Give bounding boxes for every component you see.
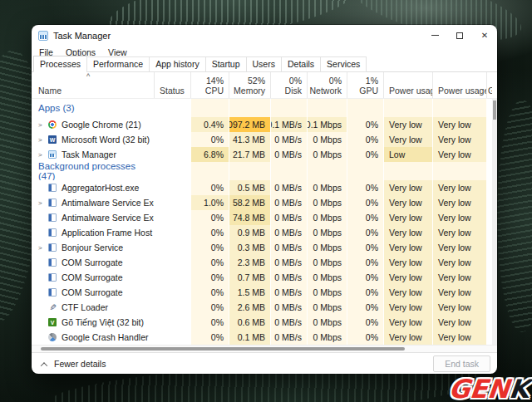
cpu-cell: 0%: [190, 330, 229, 345]
expand-chevron-icon[interactable]: >: [38, 151, 48, 159]
column-header-cpu[interactable]: 14% CPU: [190, 72, 229, 98]
network-cell: 0 Mbps: [307, 225, 347, 240]
column-header-power-usage-trend[interactable]: Power usage tr...: [432, 72, 486, 98]
disk-cell: 0 MB/s: [270, 315, 307, 330]
column-header-power-usage[interactable]: Power usage: [383, 72, 432, 98]
expand-chevron-icon[interactable]: >: [38, 199, 48, 207]
process-row[interactable]: Application Frame Host0%0.9 MB0 MB/s0 Mb…: [32, 225, 497, 240]
horizontal-scrollbar[interactable]: [32, 345, 497, 352]
power-usage-cell: Very low: [383, 330, 432, 345]
process-row[interactable]: >Bonjour Service0%0.3 MB0 MB/s0 Mbps0%Ve…: [32, 240, 497, 255]
process-row[interactable]: >Antimalware Service Executable1.0%58.2 …: [32, 195, 497, 210]
disk-total-percent: 0%: [289, 76, 302, 86]
power-trend-cell: Very low: [432, 117, 486, 132]
column-header-memory[interactable]: 52% Memory: [229, 72, 270, 98]
cpu-cell: 0%: [190, 270, 229, 285]
window-controls: ✕: [422, 25, 497, 46]
process-row[interactable]: >Task Manager6.8%21.7 MB0 MB/s0 Mbps0%Lo…: [32, 147, 497, 162]
cpu-cell: 0%: [190, 255, 229, 270]
disk-cell: 0 MB/s: [270, 255, 307, 270]
disk-cell: 0 MB/s: [270, 285, 307, 300]
process-row[interactable]: ✎CTF Loader0%2.6 MB0 MB/s0 Mbps0%Very lo…: [32, 300, 497, 315]
generic-icon: [48, 228, 57, 237]
network-cell: 0 Mbps: [307, 315, 347, 330]
process-name: Task Manager: [62, 150, 116, 159]
network-total-percent: 0%: [329, 76, 342, 86]
process-row[interactable]: AggregatorHost.exe0%0.5 MB0 MB/s0 Mbps0%…: [32, 180, 497, 195]
network-cell: 0 Mbps: [307, 255, 347, 270]
memory-cell: 41.3 MB: [229, 132, 270, 147]
chevron-up-icon: [41, 362, 47, 369]
status-cell: [154, 147, 190, 162]
process-list: Apps (3)>Google Chrome (21)0.4%1,097.2 M…: [32, 99, 497, 345]
gpu-cell: 0%: [347, 240, 383, 255]
title-bar[interactable]: Task Manager ✕: [32, 25, 497, 46]
fewer-details-link[interactable]: Fewer details: [54, 359, 106, 369]
expand-chevron-icon[interactable]: >: [38, 121, 48, 129]
taskman-icon: [48, 150, 57, 159]
column-header-name[interactable]: ^ Name: [32, 72, 154, 98]
memory-cell: 0.6 MB: [229, 315, 270, 330]
expand-chevron-icon[interactable]: >: [38, 136, 48, 144]
trend-header-label: Power usage tr...: [438, 86, 481, 96]
status-cell: [154, 255, 190, 270]
window-title: Task Manager: [53, 31, 111, 41]
close-icon: ✕: [481, 32, 488, 40]
process-row[interactable]: Google Crash Handler0%0.1 MB0 MB/s0 Mbps…: [32, 330, 497, 345]
process-name: Google Chrome (21): [62, 120, 141, 130]
cpu-cell: 0%: [190, 300, 229, 315]
tab-app-history[interactable]: App history: [149, 56, 206, 72]
process-name: COM Surrogate: [62, 272, 123, 282]
process-row[interactable]: Antimalware Service Executable...0%74.8 …: [32, 210, 497, 225]
menu-view[interactable]: View: [108, 47, 127, 57]
column-header-gpu-engine[interactable]: GP: [486, 72, 492, 98]
cpu-total-percent: 14%: [206, 76, 224, 86]
tab-services[interactable]: Services: [320, 56, 367, 72]
process-name-cell: COM Surrogate: [32, 255, 154, 270]
process-name-cell: COM Surrogate: [32, 270, 154, 285]
power-usage-cell: Low: [383, 147, 432, 162]
power-usage-cell: [383, 162, 432, 180]
process-name-cell: Application Frame Host: [32, 225, 154, 240]
vertical-scrollbar[interactable]: [492, 99, 497, 345]
generic-icon: [48, 243, 57, 252]
cpu-cell: 0.4%: [190, 117, 229, 132]
process-row[interactable]: COM Surrogate0%2.3 MB0 MB/s0 Mbps0%Very …: [32, 255, 497, 270]
generic-icon: [48, 184, 57, 192]
gpu-cell: [347, 162, 383, 180]
tab-startup[interactable]: Startup: [205, 56, 247, 72]
process-row[interactable]: VGõ Tiếng Việt (32 bit)0%0.6 MB0 MB/s0 M…: [32, 315, 497, 330]
cpu-cell: 0%: [190, 132, 229, 147]
group-header[interactable]: Apps (3): [32, 99, 497, 117]
minimize-button[interactable]: [422, 25, 447, 46]
network-header-label: Network: [309, 86, 342, 96]
process-row[interactable]: COM Surrogate0%0.7 MB0 MB/s0 Mbps0%Very …: [32, 270, 497, 285]
column-header-disk[interactable]: 0% Disk: [270, 72, 307, 98]
vertical-scrollbar-thumb[interactable]: [493, 100, 496, 120]
horizontal-scrollbar-thumb[interactable]: [41, 347, 405, 351]
column-header-gpu[interactable]: 1% GPU: [347, 72, 383, 98]
tab-processes[interactable]: Processes: [33, 56, 87, 72]
group-header[interactable]: Background processes (47): [32, 162, 497, 180]
memory-cell: 2.3 MB: [229, 255, 270, 270]
end-task-button[interactable]: End task: [433, 355, 490, 372]
fern-leaf: [497, 100, 532, 332]
column-header-status[interactable]: Status: [154, 72, 190, 98]
gpu-cell: 0%: [347, 330, 383, 345]
status-cell: [154, 162, 190, 180]
gpu-cell: 0%: [347, 180, 383, 195]
tab-details[interactable]: Details: [281, 56, 321, 72]
process-row[interactable]: >Google Chrome (21)0.4%1,097.2 MB0.1 MB/…: [32, 117, 497, 132]
tab-performance[interactable]: Performance: [86, 56, 150, 72]
genk-watermark: GENK: [448, 376, 531, 402]
process-row[interactable]: >WMicrosoft Word (32 bit)0%41.3 MB0 MB/s…: [32, 132, 497, 147]
close-button[interactable]: ✕: [472, 25, 497, 46]
maximize-button[interactable]: [447, 25, 472, 46]
tab-users[interactable]: Users: [246, 56, 282, 72]
process-row[interactable]: COM Surrogate0%1.5 MB0 MB/s0 Mbps0%Very …: [32, 285, 497, 300]
cpu-cell: 0%: [190, 240, 229, 255]
column-header-network[interactable]: 0% Network: [307, 72, 347, 98]
process-name: Google Crash Handler: [62, 332, 148, 342]
expand-chevron-icon[interactable]: >: [38, 244, 48, 252]
cpu-header-label: CPU: [205, 86, 224, 96]
